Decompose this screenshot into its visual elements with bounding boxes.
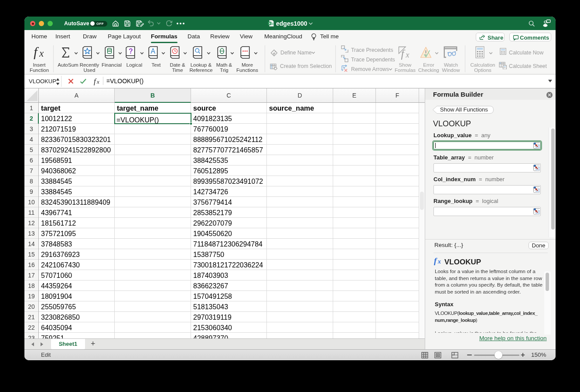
svg-text:f: f [94, 77, 97, 85]
svg-text:f: f [434, 257, 437, 265]
svg-text:A: A [151, 47, 156, 55]
svg-text:x: x [437, 258, 441, 265]
svg-text:f: f [34, 45, 39, 59]
svg-text:?: ? [129, 47, 133, 55]
svg-text:x: x [96, 78, 99, 85]
svg-text:x: x [39, 48, 44, 59]
svg-text:Show All Functions: Show All Functions [440, 106, 488, 113]
svg-text:f: f [401, 48, 406, 60]
svg-text:x: x [406, 51, 409, 59]
